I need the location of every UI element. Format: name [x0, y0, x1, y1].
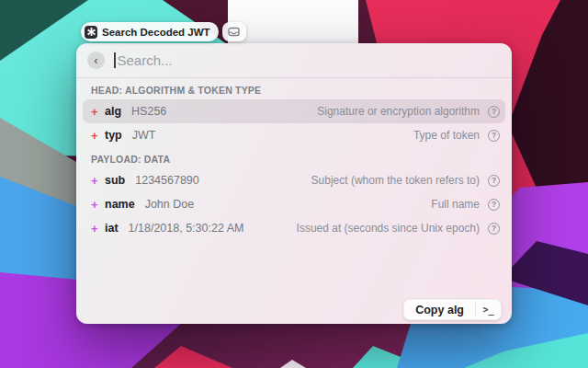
claim-key: typ: [105, 129, 122, 142]
detach-window-button[interactable]: [222, 22, 246, 41]
chevron-left-icon: ‹: [94, 54, 97, 66]
question-icon[interactable]: ?: [488, 106, 500, 118]
section-title-payload: PAYLOAD: DATA: [83, 147, 505, 168]
list-item-name[interactable]: + name John Doe Full name ?: [83, 192, 505, 216]
launcher-panel: ‹ HEAD: ALGORITHM & TOKEN TYPE + alg HS2…: [76, 43, 512, 324]
claim-description: Subject (whom the token refers to): [311, 174, 480, 187]
back-button[interactable]: ‹: [87, 52, 105, 69]
section-title-head: HEAD: ALGORITHM & TOKEN TYPE: [83, 78, 505, 99]
results-list: HEAD: ALGORITHM & TOKEN TYPE + alg HS256…: [76, 78, 512, 240]
list-item-alg[interactable]: + alg HS256 Signature or encryption algo…: [83, 99, 505, 123]
list-item-sub[interactable]: + sub 1234567890 Subject (whom the token…: [83, 168, 505, 192]
window-title-pill: Search Decoded JWT: [81, 22, 246, 41]
plus-icon: +: [91, 174, 105, 188]
claim-description: Full name: [431, 198, 480, 211]
jwt-extension-icon: [85, 26, 97, 39]
claim-value: 1234567890: [135, 174, 199, 187]
claim-key: name: [105, 198, 135, 211]
app-pill-label: Search Decoded JWT: [102, 27, 210, 38]
return-key-hint-icon: >_: [476, 300, 501, 319]
list-item-iat[interactable]: + iat 1/18/2018, 5:30:22 AM Issued at (s…: [83, 216, 505, 240]
desktop: Search Decoded JWT ‹ HEAD: ALGORITHM & T…: [0, 0, 588, 368]
search-bar: ‹: [76, 43, 512, 78]
claim-value: HS256: [131, 105, 166, 118]
claim-description: Type of token: [413, 129, 480, 142]
plus-icon: +: [91, 198, 105, 212]
claim-description: Signature or encryption algorithm: [317, 105, 480, 118]
plus-icon: +: [91, 222, 105, 236]
copy-alg-label: Copy alg: [404, 300, 475, 319]
plus-icon: +: [91, 105, 105, 119]
claim-description: Issued at (seconds since Unix epoch): [297, 222, 480, 235]
claim-value: JWT: [132, 129, 156, 142]
question-icon[interactable]: ?: [488, 130, 500, 142]
claim-key: iat: [105, 222, 119, 235]
claim-value: John Doe: [145, 198, 195, 211]
search-input[interactable]: [116, 52, 502, 68]
question-icon[interactable]: ?: [488, 175, 500, 187]
plus-icon: +: [91, 129, 105, 143]
question-icon[interactable]: ?: [488, 223, 500, 235]
claim-key: sub: [105, 174, 125, 187]
app-pill[interactable]: Search Decoded JWT: [81, 22, 219, 41]
claim-value: 1/18/2018, 5:30:22 AM: [129, 222, 244, 235]
window-tray-icon: [228, 27, 240, 37]
list-item-typ[interactable]: + typ JWT Type of token ?: [83, 123, 505, 147]
question-icon[interactable]: ?: [488, 199, 500, 211]
claim-key: alg: [105, 105, 121, 118]
copy-alg-button[interactable]: Copy alg >_: [403, 299, 502, 320]
